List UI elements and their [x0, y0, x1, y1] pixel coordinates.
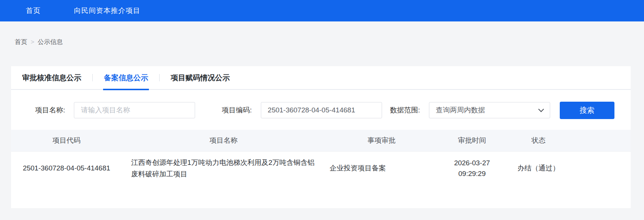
approval-date: 2026-03-27 [438, 158, 506, 168]
tab-project-code-info[interactable]: 项目赋码情况公示 [160, 66, 241, 89]
table-header-row: 项目代码 项目名称 事项审批 审批时间 状态 [11, 130, 631, 151]
data-range-selected-value: 查询两周内数据 [436, 105, 485, 115]
project-name-label: 项目名称: [35, 105, 65, 115]
cell-approval-time: 2026-03-27 09:29:29 [438, 151, 506, 185]
search-button[interactable]: 搜索 [560, 102, 614, 119]
nav-item-home[interactable]: 首页 [26, 6, 41, 16]
content-card: 审批核准信息公示 备案信息公示 项目赋码情况公示 项目名称: 项目编码: 数据范… [11, 66, 631, 208]
approval-clock-time: 09:29:29 [438, 168, 506, 179]
top-navbar: 首页 向民间资本推介项目 [0, 0, 644, 21]
project-code-input[interactable] [261, 102, 382, 118]
table-row: 2501-360728-04-05-414681 江西奇创源年处理1万吨动力电池… [11, 151, 631, 185]
data-range-select[interactable]: 查询两周内数据 [429, 102, 550, 118]
cell-spacer [571, 151, 631, 185]
breadcrumb: 首页 > 公示信息 [0, 21, 644, 46]
cell-status: 办结（通过） [506, 151, 571, 185]
nav-item-private-capital-projects[interactable]: 向民间资本推介项目 [74, 6, 140, 16]
tab-filing-info[interactable]: 备案信息公示 [93, 66, 159, 89]
chevron-down-icon [538, 106, 544, 112]
col-header-approval-time: 审批时间 [438, 130, 506, 151]
col-header-approval-item: 事项审批 [325, 130, 438, 151]
breadcrumb-current-page: 公示信息 [38, 38, 63, 46]
data-range-label: 数据范围: [390, 105, 420, 115]
col-header-spacer [571, 130, 631, 151]
breadcrumb-separator: > [31, 38, 34, 46]
breadcrumb-home-link[interactable]: 首页 [15, 38, 27, 46]
cell-project-code: 2501-360728-04-05-414681 [11, 151, 122, 185]
col-header-status: 状态 [506, 130, 571, 151]
cell-project-name: 江西奇创源年处理1万吨动力电池梯次利用及2万吨含铜含铝废料破碎加工项目 [122, 151, 325, 185]
search-form: 项目名称: 项目编码: 数据范围: 查询两周内数据 搜索 [11, 102, 631, 119]
col-header-project-code: 项目代码 [11, 130, 122, 151]
project-code-label: 项目编码: [222, 105, 252, 115]
col-header-project-name: 项目名称 [122, 130, 325, 151]
results-table: 项目代码 项目名称 事项审批 审批时间 状态 2501-360728-04-05… [11, 130, 631, 185]
project-name-input[interactable] [74, 102, 195, 118]
tabs-bar: 审批核准信息公示 备案信息公示 项目赋码情况公示 [11, 66, 631, 90]
cell-approval-item: 企业投资项目备案 [325, 151, 438, 185]
tab-approval-info[interactable]: 审批核准信息公示 [11, 66, 92, 89]
